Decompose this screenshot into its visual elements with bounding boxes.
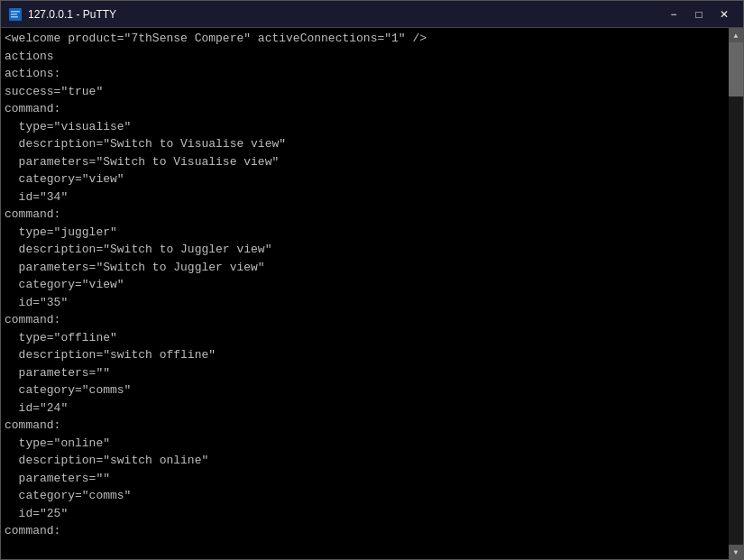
terminal-line: description="switch offline" — [5, 346, 725, 364]
terminal-line: id="25" — [5, 505, 725, 523]
svg-rect-2 — [11, 14, 17, 15]
terminal-line: description="switch online" — [5, 452, 725, 470]
terminal-line: parameters="" — [5, 470, 725, 488]
terminal-line: category="comms" — [5, 487, 725, 505]
terminal-line: parameters="Switch to Juggler view" — [5, 259, 725, 277]
minimize-button[interactable]: − — [662, 5, 685, 23]
svg-rect-1 — [11, 11, 20, 13]
terminal-line: <welcome product="7thSense Compere" acti… — [5, 30, 725, 48]
terminal-line: command: — [5, 522, 725, 540]
putty-window: 127.0.0.1 - PuTTY − □ ✕ <welcome product… — [0, 0, 744, 560]
terminal-line: actions — [5, 48, 725, 66]
terminal-line: parameters="" — [5, 364, 725, 382]
scroll-down-arrow[interactable]: ▼ — [729, 545, 743, 559]
terminal-content[interactable]: <welcome product="7thSense Compere" acti… — [1, 28, 729, 559]
window-title: 127.0.0.1 - PuTTY — [28, 8, 662, 21]
terminal-line: actions: — [5, 65, 725, 83]
terminal-line: category="view" — [5, 170, 725, 188]
close-button[interactable]: ✕ — [712, 5, 736, 23]
terminal-line: command: — [5, 206, 725, 224]
terminal-line: category="comms" — [5, 381, 725, 399]
terminal-line: parameters="Switch to Visualise view" — [5, 153, 725, 171]
terminal-area: <welcome product="7thSense Compere" acti… — [1, 28, 743, 559]
maximize-button[interactable]: □ — [687, 5, 711, 23]
terminal-line: id="35" — [5, 294, 725, 312]
scrollbar-thumb[interactable] — [729, 42, 743, 96]
scrollbar[interactable]: ▲ ▼ — [729, 28, 743, 559]
terminal-line: id="34" — [5, 188, 725, 207]
terminal-line: command: — [5, 417, 725, 435]
scrollbar-track[interactable] — [729, 42, 743, 545]
scroll-up-arrow[interactable]: ▲ — [729, 28, 743, 42]
window-controls: − □ ✕ — [662, 5, 736, 23]
terminal-line: type="juggler" — [5, 224, 725, 242]
putty-icon — [8, 7, 23, 22]
terminal-line: description="Switch to Visualise view" — [5, 135, 725, 153]
terminal-line: success="true" — [5, 83, 725, 101]
terminal-line: id="24" — [5, 399, 725, 418]
terminal-line: command: — [5, 311, 725, 329]
title-bar: 127.0.0.1 - PuTTY − □ ✕ — [1, 1, 743, 28]
terminal-line: type="visualise" — [5, 118, 725, 136]
terminal-line: type="offline" — [5, 329, 725, 347]
svg-rect-3 — [11, 16, 18, 18]
terminal-line: command: — [5, 100, 725, 118]
terminal-line: type="online" — [5, 435, 725, 453]
terminal-line: description="Switch to Juggler view" — [5, 241, 725, 259]
terminal-line: category="view" — [5, 276, 725, 294]
